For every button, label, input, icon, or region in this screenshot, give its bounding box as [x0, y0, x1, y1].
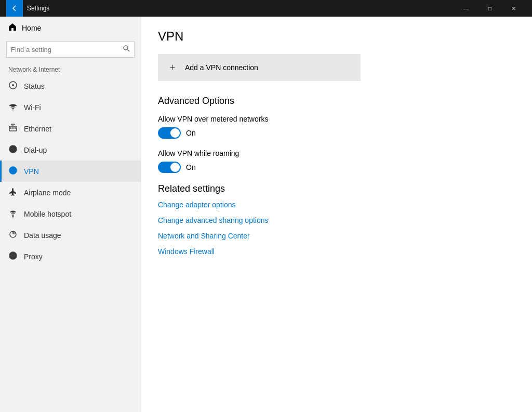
sidebar-section-title: Network & Internet [0, 62, 141, 75]
link-firewall[interactable]: Windows Firewall [158, 247, 515, 256]
link-sharing[interactable]: Change advanced sharing options [158, 216, 515, 224]
sidebar-label-wifi: Wi-Fi [24, 103, 41, 112]
toggle-metered-state: On [186, 129, 196, 137]
add-vpn-button[interactable]: + Add a VPN connection [158, 54, 361, 81]
hotspot-icon [8, 208, 18, 219]
sidebar-item-proxy[interactable]: Proxy [0, 246, 141, 267]
page-title: VPN [158, 29, 515, 44]
main-container: Home Network & Internet Status [0, 17, 532, 412]
datausage-icon [8, 230, 18, 241]
sidebar-item-datausage[interactable]: Data usage [0, 224, 141, 246]
svg-point-20 [12, 255, 15, 257]
add-vpn-label: Add a VPN connection [185, 63, 258, 72]
home-icon [8, 23, 17, 33]
proxy-icon [8, 251, 18, 262]
dialup-icon [8, 144, 18, 155]
svg-rect-8 [15, 127, 16, 129]
search-icon [123, 45, 130, 54]
toggle-metered[interactable] [158, 127, 181, 139]
sidebar-item-airplane[interactable]: Airplane mode [0, 182, 141, 203]
sidebar-label-status: Status [24, 82, 45, 90]
sidebar-label-datausage: Data usage [24, 231, 61, 240]
minimize-button[interactable]: — [454, 0, 478, 17]
sidebar-label-airplane: Airplane mode [24, 189, 71, 197]
toggle-roaming[interactable] [158, 162, 181, 173]
status-icon [8, 81, 18, 91]
close-button[interactable]: ✕ [502, 0, 526, 17]
window-controls: — □ ✕ [454, 0, 526, 17]
sidebar-item-home[interactable]: Home [0, 17, 141, 39]
sidebar-item-status[interactable]: Status [0, 75, 141, 97]
sidebar-item-ethernet[interactable]: Ethernet [0, 118, 141, 139]
plus-icon: + [166, 61, 179, 74]
toggle-roaming-state: On [186, 163, 196, 171]
sidebar-label-hotspot: Mobile hotspot [24, 210, 71, 218]
search-box[interactable] [6, 41, 135, 58]
link-adapter[interactable]: Change adapter options [158, 201, 515, 209]
svg-point-3 [12, 84, 14, 86]
content-area: VPN + Add a VPN connection Advanced Opti… [141, 17, 532, 412]
titlebar: Settings — □ ✕ [0, 0, 532, 17]
airplane-icon [8, 187, 18, 198]
sidebar-label-vpn: VPN [24, 167, 39, 176]
home-label: Home [22, 24, 41, 32]
svg-point-4 [12, 110, 14, 111]
svg-rect-6 [10, 127, 11, 129]
back-button[interactable] [6, 0, 23, 17]
sidebar-item-vpn[interactable]: VPN [0, 161, 141, 182]
app-title: Settings [27, 5, 454, 12]
related-settings-title: Related settings [158, 183, 515, 194]
search-input[interactable] [11, 46, 120, 54]
sidebar-label-dialup: Dial-up [24, 146, 47, 154]
toggle-metered-control: On [158, 127, 515, 139]
toggle-roaming-label: Allow VPN while roaming [158, 149, 515, 157]
sidebar-item-wifi[interactable]: Wi-Fi [0, 97, 141, 118]
wifi-icon [8, 102, 18, 113]
sidebar-item-hotspot[interactable]: Mobile hotspot [0, 203, 141, 224]
toggle-row-metered: Allow VPN over metered networks On [158, 115, 515, 139]
svg-point-16 [12, 215, 14, 216]
sidebar-item-dialup[interactable]: Dial-up [0, 139, 141, 161]
toggle-roaming-control: On [158, 162, 515, 173]
vpn-icon [8, 166, 18, 177]
svg-rect-7 [12, 127, 14, 129]
ethernet-icon [8, 123, 18, 134]
sidebar-label-proxy: Proxy [24, 252, 43, 261]
svg-line-1 [128, 50, 130, 52]
link-network[interactable]: Network and Sharing Center [158, 232, 515, 240]
toggle-metered-label: Allow VPN over metered networks [158, 115, 515, 123]
svg-point-0 [124, 46, 128, 50]
sidebar: Home Network & Internet Status [0, 17, 141, 412]
advanced-options-title: Advanced Options [158, 96, 515, 107]
toggle-row-roaming: Allow VPN while roaming On [158, 149, 515, 173]
maximize-button[interactable]: □ [478, 0, 502, 17]
sidebar-label-ethernet: Ethernet [24, 125, 51, 133]
